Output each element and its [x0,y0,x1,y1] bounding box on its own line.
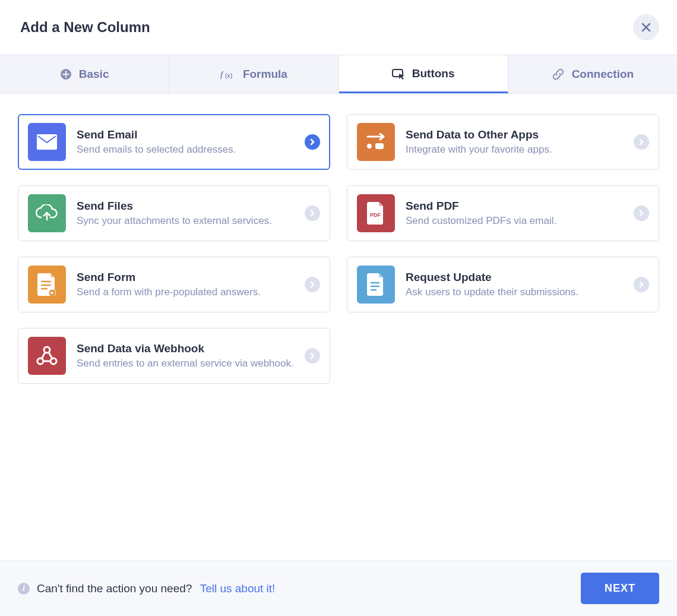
tab-buttons[interactable]: Buttons [339,55,508,93]
close-icon [641,22,651,33]
card-desc: Send a form with pre-populated answers. [77,286,294,298]
modal-footer: i Can't find the action you need? Tell u… [0,560,677,616]
card-grid: Send Email Send emails to selected addre… [0,94,677,560]
svg-text:PDF: PDF [370,212,381,218]
card-text: Send PDF Send customized PDFs via email. [406,200,623,227]
card-title: Send Data to Other Apps [406,128,623,141]
svg-point-9 [367,144,372,149]
tab-bar: Basic f(x) Formula Buttons Connection [0,55,677,94]
card-text: Send Email Send emails to selected addre… [77,128,294,156]
card-text: Send Form Send a form with pre-populated… [77,271,294,298]
document-icon [357,266,395,304]
card-desc: Send customized PDFs via email. [406,215,623,227]
tab-basic[interactable]: Basic [0,55,169,93]
footer-link[interactable]: Tell us about it! [200,582,276,595]
chevron-right-icon [305,134,320,150]
card-title: Send Form [77,271,294,284]
cloud-upload-icon [28,194,66,232]
button-click-icon [392,68,405,80]
chevron-right-icon [634,277,649,292]
modal-header: Add a New Column [0,0,677,55]
footer-prompt: i Can't find the action you need? Tell u… [18,582,275,595]
card-desc: Ask users to update their submissions. [406,286,623,298]
card-desc: Send emails to selected addresses. [77,144,294,156]
card-title: Send PDF [406,200,623,213]
modal-title: Add a New Column [20,19,150,36]
info-icon: i [18,583,30,595]
card-text: Send Data to Other Apps Integrate with y… [406,128,623,156]
chevron-right-icon [305,277,320,292]
chevron-right-icon [634,206,649,221]
card-send-data-apps[interactable]: Send Data to Other Apps Integrate with y… [347,114,659,170]
plus-circle-icon [60,68,72,80]
chevron-right-icon [305,206,320,221]
tab-formula[interactable]: f(x) Formula [169,55,338,93]
tab-label: Buttons [412,67,455,80]
card-text: Send Files Sync your attachments to exte… [77,200,294,227]
tab-label: Formula [243,68,287,81]
link-icon [552,68,565,81]
card-desc: Integrate with your favorite apps. [406,144,623,156]
form-icon [28,266,66,304]
card-desc: Sync your attachments to external servic… [77,215,294,227]
svg-text:f: f [220,70,224,79]
footer-text: Can't find the action you need? [37,582,192,595]
card-title: Request Update [406,271,623,284]
card-send-pdf[interactable]: PDF Send PDF Send customized PDFs via em… [347,185,659,241]
card-request-update[interactable]: Request Update Ask users to update their… [347,257,659,312]
formula-icon: f(x) [220,69,236,80]
pdf-icon: PDF [357,194,395,232]
integrate-icon [357,123,395,161]
card-title: Send Email [77,128,294,141]
card-text: Request Update Ask users to update their… [406,271,623,298]
card-desc: Send entries to an external service via … [77,358,294,369]
close-button[interactable] [633,14,659,40]
chevron-right-icon [634,134,649,150]
card-title: Send Files [77,200,294,213]
card-send-form[interactable]: Send Form Send a form with pre-populated… [18,257,330,312]
svg-text:(x): (x) [225,72,232,79]
card-title: Send Data via Webhook [77,342,294,355]
card-send-webhook[interactable]: Send Data via Webhook Send entries to an… [18,328,330,384]
tab-connection[interactable]: Connection [508,55,677,93]
svg-rect-10 [375,143,384,149]
chevron-right-icon [305,348,320,364]
tab-label: Connection [572,68,634,81]
webhook-icon [28,337,66,375]
card-text: Send Data via Webhook Send entries to an… [77,342,294,369]
tab-label: Basic [79,68,109,81]
card-send-files[interactable]: Send Files Sync your attachments to exte… [18,185,330,241]
next-button[interactable]: NEXT [581,573,659,604]
card-send-email[interactable]: Send Email Send emails to selected addre… [18,114,330,170]
envelope-icon [28,123,66,161]
